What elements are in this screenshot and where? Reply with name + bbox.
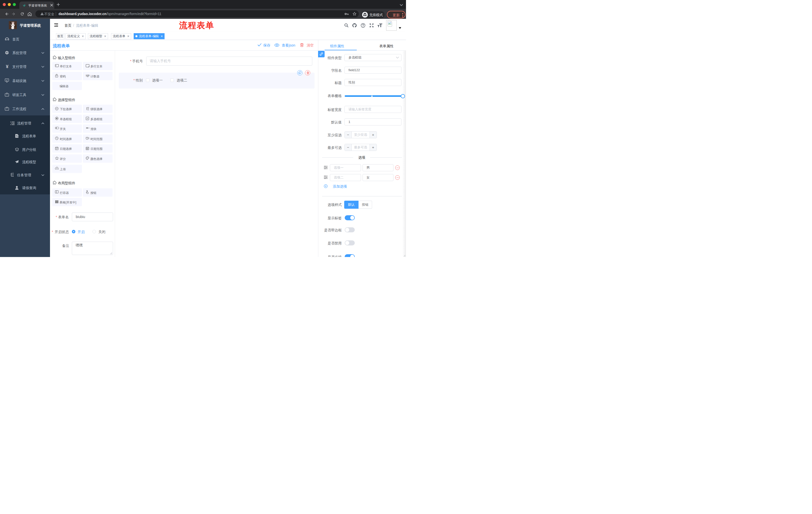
svg-text:123: 123 [86, 74, 89, 77]
svg-text:¥: ¥ [6, 64, 8, 69]
